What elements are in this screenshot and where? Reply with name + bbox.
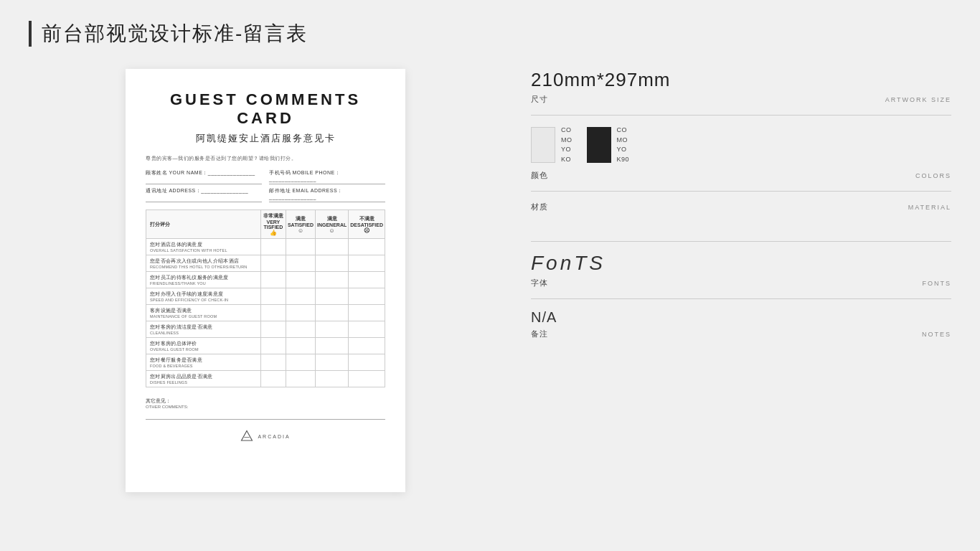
table-header-very-satisfied: 非常满意VERY TISFIED👍 [260, 210, 286, 239]
fonts-label-cn: 字体 [531, 278, 548, 288]
table-header-dissatisfied: 不满意DESATISFIED☹ [349, 210, 385, 239]
page-header: 前台部视觉设计标准-留言表 [0, 0, 980, 62]
swatch-label-dark: COMOYOK90 [617, 126, 630, 164]
material-row: 材质 MATERIAL [531, 202, 951, 212]
comments-area: 其它意见： OTHER COMMENTS: [146, 397, 385, 420]
comments-line [146, 419, 385, 420]
colors-label-cn: 颜色 [531, 170, 548, 181]
card-field-email: 邮件地址 EMAIL ADDRESS：_______________ [269, 187, 385, 202]
comments-label-cn: 其它意见： [146, 397, 385, 405]
title-bar-accent [29, 21, 32, 47]
table-row: 客房设施是否满意MAINTENANCE OF GUEST ROOM [146, 305, 385, 321]
section-material: 材质 MATERIAL [531, 192, 951, 242]
size-value: 210mm*297mm [531, 69, 951, 91]
section-colors: COMOYOKO COMOYOK90 颜色 COLORS [531, 116, 951, 192]
logo-text: ARCADIA [258, 434, 290, 439]
table-row: 您对办理入住手续的速度满意度SPEED AND EFFICIENCY OF CH… [146, 288, 385, 305]
table-row: 您是否会再次入住或向他人介绍本酒店RECOMMEND THIS HOTEL TO… [146, 255, 385, 272]
main-content: GUEST COMMENTS CARD 阿凯缇娅安止酒店服务意见卡 尊贵的宾客—… [0, 62, 980, 548]
fonts-label-en: FONTS [923, 280, 952, 287]
table-row: 您对厨房出品品质是否满意DISHES FEELINGS [146, 371, 385, 387]
table-row: 您对客房的清洁度是否满意CLEANLINESS [146, 321, 385, 338]
card-field-address: 通讯地址 ADDRESS：_______________ [146, 187, 262, 202]
card-field-name: 顾客姓名 YOUR NAME：_______________ [146, 169, 262, 184]
section-size: 210mm*297mm 尺寸 ARTWORK SIZE [531, 62, 951, 116]
card-preview-area: GUEST COMMENTS CARD 阿凯缇娅安止酒店服务意见卡 尊贵的宾客—… [29, 62, 502, 548]
table-row: 您对餐厅服务是否满意FOOD & BEVERAGES [146, 354, 385, 371]
swatch-light [531, 127, 555, 163]
swatch-label-light: COMOYOKO [561, 126, 573, 164]
card-paper: GUEST COMMENTS CARD 阿凯缇娅安止酒店服务意见卡 尊贵的宾客—… [126, 69, 405, 492]
table-row: 您对员工的待客礼仪服务的满意度FRIENDLINESS/THANK YOU [146, 272, 385, 288]
card-fields: 顾客姓名 YOUR NAME：_______________ 手机号码 MOBI… [146, 169, 385, 202]
card-title-en: GUEST COMMENTS CARD [146, 90, 385, 128]
swatch-group-light: COMOYOKO [531, 126, 573, 164]
page-title: 前台部视觉设计标准-留言表 [42, 20, 308, 47]
table-row: 您对酒店总体的满意度OVERALL SATISFACTION WITH HOTE… [146, 239, 385, 255]
size-label-en: ARTWORK SIZE [885, 96, 951, 103]
section-notes: N/A 备注 NOTES [531, 299, 951, 349]
notes-value: N/A [531, 309, 951, 326]
logo-icon [240, 430, 253, 443]
size-label-cn: 尺寸 [531, 94, 548, 105]
notes-label-en: NOTES [922, 331, 951, 338]
swatch-group-dark: COMOYOK90 [587, 126, 630, 164]
swatch-dark [587, 127, 611, 163]
material-label-en: MATERIAL [908, 204, 951, 211]
card-footer: ARCADIA [146, 430, 385, 443]
colors-label-en: COLORS [915, 172, 951, 179]
svg-marker-0 [242, 431, 253, 441]
card-intro: 尊贵的宾客—我们的服务是否达到了您的期望？请给我们打分。 [146, 155, 385, 162]
material-label-cn: 材质 [531, 202, 548, 212]
colors-row: 颜色 COLORS [531, 170, 951, 181]
table-header-in-general: 满意INGENERAL☺ [316, 210, 349, 239]
card-field-mobile: 手机号码 MOBILE PHONE：_______________ [269, 169, 385, 184]
right-panel: 210mm*297mm 尺寸 ARTWORK SIZE COMOYOKO COM… [531, 62, 951, 548]
comments-label-en: OTHER COMMENTS: [146, 405, 385, 409]
table-row: 您对客房的总体评价OVERALL GUEST ROOM [146, 338, 385, 354]
fonts-display-text: FonTS [531, 252, 951, 275]
table-header-item: 打分评分 [146, 210, 261, 239]
notes-row: 备注 NOTES [531, 329, 951, 339]
colors-swatches: COMOYOKO COMOYOK90 [531, 126, 951, 164]
notes-label-cn: 备注 [531, 329, 548, 339]
rating-table: 打分评分 非常满意VERY TISFIED👍 满意SATISFIED☺ 满意IN… [146, 209, 385, 387]
table-header-satisfied: 满意SATISFIED☺ [286, 210, 315, 239]
fonts-row: 字体 FONTS [531, 278, 951, 288]
section-fonts: FonTS 字体 FONTS [531, 242, 951, 299]
card-title-cn: 阿凯缇娅安止酒店服务意见卡 [146, 132, 385, 145]
size-row: 尺寸 ARTWORK SIZE [531, 94, 951, 105]
